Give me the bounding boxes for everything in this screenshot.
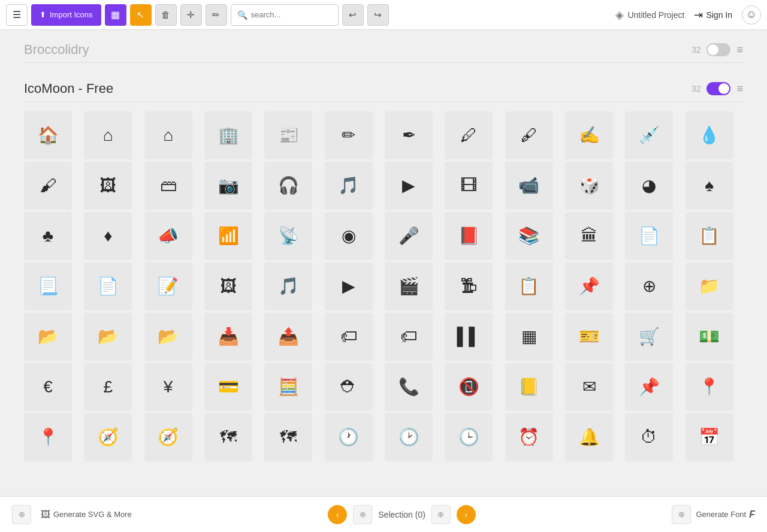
icon-cell-pencil2[interactable]: ✒ — [385, 111, 433, 159]
icon-cell-feed[interactable]: ◉ — [325, 212, 373, 260]
icon-cell-home2[interactable]: ⌂ — [84, 111, 132, 159]
icon-cell-compass[interactable]: 🧭 — [84, 413, 132, 461]
icon-cell-diamonds[interactable]: ♦ — [84, 212, 132, 260]
icon-cell-stack[interactable]: ⊕ — [625, 262, 673, 310]
icon-cell-copy[interactable]: 📋 — [505, 262, 553, 310]
toggle-icomoon[interactable] — [706, 82, 730, 95]
icon-cell-envelop[interactable]: ✉ — [565, 363, 613, 411]
edit-tool-button[interactable]: ✏ — [206, 4, 227, 26]
icon-cell-file-text2[interactable]: 📝 — [144, 262, 192, 310]
icon-cell-stopwatch[interactable]: ⏱ — [625, 413, 673, 461]
icon-cell-location[interactable]: 📍 — [686, 363, 733, 411]
icon-cell-image[interactable]: 🖼 — [84, 162, 132, 210]
icon-cell-clubs[interactable]: ♣ — [24, 212, 72, 260]
undo-button[interactable]: ↩ — [342, 4, 364, 26]
icon-cell-price-tag[interactable]: 🏷 — [325, 313, 373, 361]
icon-cell-coin-dollar[interactable]: 💵 — [686, 313, 733, 361]
delete-tool-button[interactable]: 🗑 — [155, 4, 177, 26]
project-name-area[interactable]: ◈ Untitled Project — [615, 8, 684, 22]
icon-cell-coin-euro[interactable]: € — [24, 363, 72, 411]
move-tool-button[interactable]: ✛ — [180, 4, 202, 26]
icon-cell-clock2[interactable]: 🕒 — [445, 413, 493, 461]
icon-cell-file-video[interactable]: 🎬 — [385, 262, 433, 310]
icon-cell-home3[interactable]: ⌂ — [144, 111, 192, 159]
icon-cell-books[interactable]: 📚 — [505, 212, 553, 260]
icon-cell-droplet[interactable]: 💧 — [686, 111, 733, 159]
icon-cell-compass2[interactable]: 🧭 — [144, 413, 192, 461]
icon-cell-file-empty[interactable]: 📃 — [24, 262, 72, 310]
icon-cell-calculator[interactable]: 🧮 — [264, 363, 312, 411]
icon-cell-qrcode[interactable]: ▦ — [505, 313, 553, 361]
icon-cell-location2[interactable]: 📍 — [24, 413, 72, 461]
icon-cell-profile[interactable]: 📋 — [686, 212, 733, 260]
icon-cell-dice[interactable]: 🎲 — [565, 162, 613, 210]
icon-cell-video-camera[interactable]: 📹 — [505, 162, 553, 210]
icon-cell-folder-open[interactable]: 📂 — [24, 313, 72, 361]
icon-cell-folder-minus[interactable]: 📂 — [144, 313, 192, 361]
icon-cell-barcode[interactable]: ▌▌ — [445, 313, 493, 361]
icon-cell-headphones[interactable]: 🎧 — [264, 162, 312, 210]
icon-cell-eyedropper[interactable]: 💉 — [625, 111, 673, 159]
icon-cell-address-book[interactable]: 📒 — [505, 363, 553, 411]
icon-cell-file-picture[interactable]: 🖼 — [204, 262, 252, 310]
icon-cell-paint-format[interactable]: 🖌 — [24, 162, 72, 210]
icon-cell-book[interactable]: 📕 — [445, 212, 493, 260]
icon-cell-file-music[interactable]: 🎵 — [264, 262, 312, 310]
icon-cell-blog[interactable]: ✍ — [565, 111, 613, 159]
icon-cell-newspaper[interactable]: 📰 — [264, 111, 312, 159]
icon-cell-folder-plus[interactable]: 📂 — [84, 313, 132, 361]
icon-cell-file-text[interactable]: 📄 — [625, 212, 673, 260]
icon-cell-file-zip[interactable]: 🗜 — [445, 262, 493, 310]
icomoon-menu-icon[interactable]: ≡ — [736, 83, 743, 95]
icon-cell-ticket[interactable]: 🎫 — [565, 313, 613, 361]
icon-cell-pencil[interactable]: ✏ — [325, 111, 373, 159]
icon-cell-music[interactable]: 🎵 — [325, 162, 373, 210]
icon-cell-camera[interactable]: 📷 — [204, 162, 252, 210]
broccolidry-menu-icon[interactable]: ≡ — [736, 44, 743, 56]
icon-cell-folder-upload[interactable]: 📤 — [264, 313, 312, 361]
icon-cell-spades[interactable]: ♠ — [686, 162, 733, 210]
icon-cell-alarm[interactable]: ⏰ — [505, 413, 553, 461]
icon-cell-folder[interactable]: 📁 — [686, 262, 733, 310]
toggle-broccolidry[interactable] — [706, 43, 730, 56]
icon-cell-file-play[interactable]: ▶ — [325, 262, 373, 310]
search-input[interactable] — [251, 10, 332, 19]
icon-cell-lifebuoy[interactable]: ⛑ — [325, 363, 373, 411]
icon-cell-calendar[interactable]: 📅 — [686, 413, 733, 461]
redo-button[interactable]: ↪ — [367, 4, 389, 26]
icon-cell-home[interactable]: 🏠 — [24, 111, 72, 159]
icon-cell-bullhorn[interactable]: 📣 — [144, 212, 192, 260]
icon-cell-film[interactable]: 🎞 — [445, 162, 493, 210]
icon-cell-play[interactable]: ▶ — [385, 162, 433, 210]
icon-cell-map[interactable]: 🗺 — [204, 413, 252, 461]
signin-button[interactable]: ⇥ Sign In — [688, 8, 738, 22]
icon-cell-images[interactable]: 🗃 — [144, 162, 192, 210]
icon-cell-bell[interactable]: 🔔 — [565, 413, 613, 461]
icon-cell-pen[interactable]: 🖋 — [505, 111, 553, 159]
icon-cell-credit-card[interactable]: 💳 — [204, 363, 252, 411]
icon-cell-pacman[interactable]: ◕ — [625, 162, 673, 210]
icon-cell-office[interactable]: 🏢 — [204, 111, 252, 159]
icon-cell-coin-pound[interactable]: £ — [84, 363, 132, 411]
icon-cell-folder-download[interactable]: 📥 — [204, 313, 252, 361]
icon-cell-coin-yen[interactable]: ¥ — [144, 363, 192, 411]
library-button[interactable]: ▦ — [105, 4, 126, 26]
icon-cell-pushpin[interactable]: 📌 — [625, 363, 673, 411]
icon-cell-files-empty[interactable]: 📄 — [84, 262, 132, 310]
icon-cell-history[interactable]: 🕐 — [325, 413, 373, 461]
icon-cell-library[interactable]: 🏛 — [565, 212, 613, 260]
icon-cell-connection[interactable]: 📶 — [204, 212, 252, 260]
icon-cell-clock[interactable]: 🕑 — [385, 413, 433, 461]
import-icons-button[interactable]: ⬆ Import Icons — [31, 4, 101, 26]
hamburger-button[interactable]: ☰ — [6, 4, 28, 26]
avatar[interactable]: ☺ — [742, 5, 761, 25]
icon-cell-phone-hang-up[interactable]: 📵 — [445, 363, 493, 411]
icon-cell-paste[interactable]: 📌 — [565, 262, 613, 310]
icon-cell-podcast[interactable]: 📡 — [264, 212, 312, 260]
icon-cell-mic[interactable]: 🎤 — [385, 212, 433, 260]
select-tool-button[interactable]: ↖ — [130, 4, 152, 26]
icon-cell-cart[interactable]: 🛒 — [625, 313, 673, 361]
icon-cell-price-tags[interactable]: 🏷 — [385, 313, 433, 361]
icon-cell-phone[interactable]: 📞 — [385, 363, 433, 411]
icon-cell-quill[interactable]: 🖊 — [445, 111, 493, 159]
